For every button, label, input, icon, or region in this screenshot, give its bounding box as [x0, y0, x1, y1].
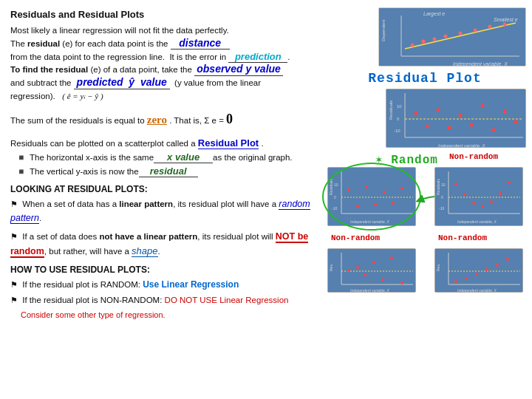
- svg-point-22: [437, 109, 440, 112]
- consider-note: Consider some other type of regression.: [21, 310, 310, 319]
- how-to-header: HOW TO USE RESIDUAL PLOTS:: [10, 265, 310, 275]
- svg-point-5: [422, 40, 426, 44]
- svg-point-71: [347, 269, 350, 272]
- sum-prefix: The sum of the residuals is equal to: [10, 116, 147, 125]
- flag-sym-3: ⚑: [10, 280, 18, 289]
- svg-text:-10: -10: [394, 129, 400, 133]
- svg-point-44: [392, 202, 395, 205]
- svg-text:Independent variable, X: Independent variable, X: [453, 61, 508, 66]
- flag-sym-2: ⚑: [10, 232, 18, 241]
- residual-fill: residual: [139, 166, 198, 177]
- svg-text:Largest e: Largest e: [423, 11, 445, 17]
- svg-point-57: [472, 202, 475, 205]
- svg-point-26: [481, 104, 485, 108]
- svg-text:Smallest e: Smallest e: [494, 17, 518, 22]
- svg-text:Independent variable, X: Independent variable, X: [350, 288, 389, 293]
- svg-point-77: [400, 282, 403, 284]
- svg-text:Res.: Res.: [329, 264, 333, 271]
- intro-block: Most likely a linear regression will not…: [10, 24, 310, 103]
- svg-text:Residuals: Residuals: [329, 179, 333, 195]
- predicted-y-fill: predicted ŷ value: [74, 77, 170, 89]
- svg-point-84: [454, 280, 457, 283]
- svg-point-10: [488, 25, 492, 29]
- svg-point-29: [514, 120, 518, 124]
- math-formula: ( ê = yᵢ − ŷ ): [62, 92, 103, 100]
- observed-y-fill: observed y value: [194, 64, 283, 75]
- svg-point-7: [444, 35, 448, 38]
- residual-plot-right-title: Residual Plot: [324, 71, 526, 86]
- svg-text:Res.: Res.: [436, 264, 440, 271]
- bullet2-prefix: The vertical y-axis is now the: [30, 165, 139, 178]
- svg-text:-10: -10: [439, 206, 444, 211]
- svg-text:10: 10: [397, 104, 402, 109]
- svg-point-40: [356, 205, 359, 208]
- svg-text:Residuals: Residuals: [436, 179, 440, 195]
- bottom-plots-area: ✶ Random Non-random Non-random Non-rando…: [324, 152, 531, 285]
- bullet1-prefix: The horizontal x-axis is the same: [30, 151, 154, 164]
- looking-flag2: ⚑ If a set of data does not have a linea…: [10, 230, 310, 259]
- svg-point-9: [474, 29, 477, 33]
- scatter-section: Residuals can be plotted on a scatterplo…: [10, 136, 310, 178]
- svg-point-76: [390, 256, 393, 259]
- page-title: Residuals and Residual Plots: [10, 9, 310, 20]
- bb-right-svg: Res. Independent variable, X: [435, 249, 523, 293]
- scatter-end: .: [261, 139, 263, 148]
- do-not-use-label: DO NOT USE Linear Regression: [165, 296, 289, 304]
- top-scatter-svg: Largest e Smallest e Independent variabl…: [379, 8, 526, 66]
- intro-line2: The residual (e) for each data point is …: [10, 39, 230, 48]
- bullet-sym-2: ◾: [16, 166, 27, 179]
- svg-text:-10: -10: [332, 206, 337, 211]
- svg-point-85: [465, 277, 468, 280]
- intro-line4: To find the residual (e) of a data point…: [10, 65, 283, 74]
- svg-text:Residuals: Residuals: [389, 100, 393, 120]
- bottom-bottom-right-plot: Res. Independent variable, X: [434, 248, 523, 293]
- bottom-left-svg: Residuals Independent variable, X 10 0 -…: [328, 168, 416, 226]
- how-flag1: ⚑ If the residual plot is RANDOM: Use Li…: [10, 278, 310, 292]
- svg-point-87: [485, 268, 488, 271]
- svg-text:0: 0: [334, 195, 336, 200]
- find-residual-bold: To find the residual: [10, 65, 88, 74]
- svg-point-75: [381, 279, 384, 282]
- intro-line1: Most likely a linear regression will not…: [10, 26, 229, 35]
- intro-line3: from the data point to the regression li…: [10, 52, 290, 61]
- bottom-left-plot: Residuals Independent variable, X 10 0 -…: [327, 167, 416, 226]
- svg-point-8: [459, 32, 463, 35]
- flag-sym-4: ⚑: [10, 296, 18, 304]
- non-random-label-1: Non-random: [449, 152, 498, 161]
- sum-section: The sum of the residuals is equal to zer…: [10, 109, 310, 130]
- bottom-right-plot: Residuals Independent variable, X 10 0 -…: [434, 167, 523, 226]
- bottom-right-svg: Residuals Independent variable, X 10 0 -…: [435, 168, 523, 226]
- svg-text:Independent variable, X: Independent variable, X: [457, 288, 497, 293]
- svg-point-4: [411, 44, 415, 47]
- sum-mid: . That is, Σ e =: [169, 116, 224, 125]
- svg-point-45: [400, 187, 403, 190]
- svg-text:Independent variable, X: Independent variable, X: [457, 219, 497, 224]
- svg-text:10: 10: [441, 183, 446, 187]
- svg-point-86: [475, 273, 478, 276]
- svg-point-58: [481, 205, 484, 208]
- svg-point-73: [364, 273, 366, 276]
- flag-sym-1: ⚑: [10, 200, 18, 208]
- main-residual-svg: Residuals Independent variable, X 10 0 -…: [386, 89, 526, 148]
- bb-left-svg: Res. Independent variable, X: [328, 249, 416, 293]
- residual-plot-fill: Residual Plot: [198, 137, 259, 149]
- looking-flag1: ⚑ When a set of data has a linear patter…: [10, 197, 310, 226]
- svg-point-27: [492, 129, 496, 132]
- svg-text:Independent variable, X: Independent variable, X: [350, 219, 389, 224]
- svg-text:10: 10: [334, 183, 338, 187]
- prediction-fill: prediction: [228, 52, 287, 63]
- svg-point-43: [383, 191, 386, 194]
- how-flag2: ⚑ If the residual plot is NON-RANDOM: DO…: [10, 294, 310, 307]
- svg-point-42: [374, 203, 377, 206]
- non-random-label-3: Non-random: [438, 233, 487, 242]
- residual-bold: residual: [27, 39, 60, 48]
- svg-point-20: [415, 112, 418, 115]
- bullet1-end: as the original graph.: [213, 151, 292, 164]
- svg-point-41: [365, 185, 368, 188]
- svg-point-74: [372, 261, 375, 264]
- shape-fill: shape: [132, 245, 157, 257]
- main-residual-plot: Residuals Independent variable, X 10 0 -…: [386, 89, 526, 148]
- svg-point-21: [426, 125, 429, 129]
- top-scatter-plot: Largest e Smallest e Independent variabl…: [378, 7, 526, 66]
- svg-point-11: [503, 23, 507, 27]
